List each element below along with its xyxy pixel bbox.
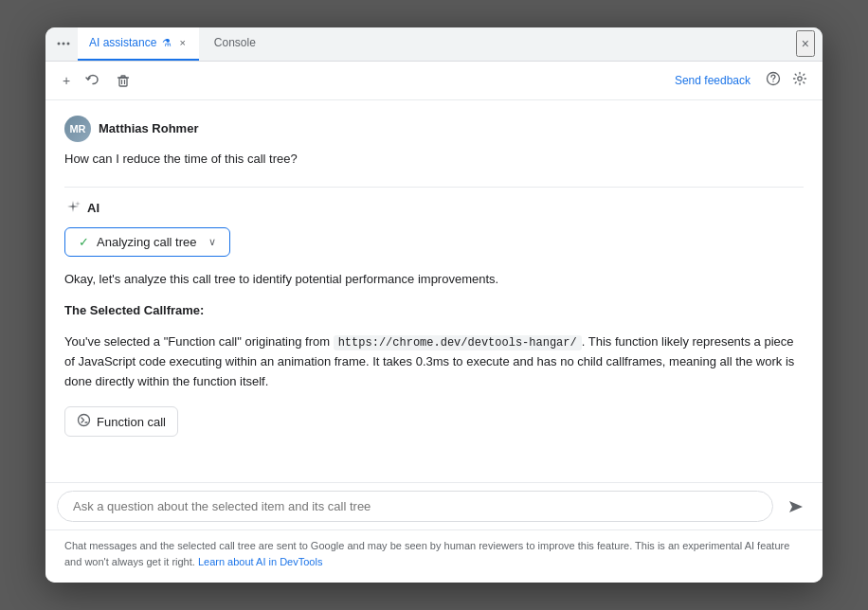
svg-point-8: [772, 81, 773, 81]
chevron-down-icon: ∨: [208, 236, 216, 248]
settings-button[interactable]: [788, 67, 811, 94]
user-name: Matthias Rohmer: [99, 121, 198, 135]
function-call-label: Function call: [97, 415, 166, 429]
chat-area: MR Matthias Rohmer How can I reduce the …: [45, 100, 823, 483]
analyzing-call-tree-badge[interactable]: ✓ Analyzing call tree ∨: [64, 227, 230, 257]
close-window-button[interactable]: ×: [796, 30, 815, 57]
user-message: MR Matthias Rohmer How can I reduce the …: [64, 116, 804, 169]
input-area: [45, 482, 823, 529]
new-chat-button[interactable]: +: [57, 69, 76, 92]
divider: [64, 187, 804, 188]
help-icon: [766, 71, 781, 86]
footer-text: Chat messages and the selected call tree…: [64, 538, 804, 569]
devtools-panel: AI assistance ⚗ × Console × +: [45, 27, 823, 583]
ai-header: AI: [64, 199, 804, 216]
send-feedback-button[interactable]: Send feedback: [667, 70, 758, 91]
tab-ai-assistance[interactable]: AI assistance ⚗ ×: [78, 27, 199, 61]
chat-input[interactable]: [57, 491, 773, 522]
function-call-tag[interactable]: Function call: [64, 406, 178, 437]
svg-point-9: [798, 76, 802, 80]
tab-ai-assistance-close[interactable]: ×: [177, 35, 187, 50]
section-title: The Selected Callframe:: [64, 303, 204, 317]
settings-icon: [792, 71, 807, 86]
user-message-text: How can I reduce the time of this call t…: [64, 150, 804, 169]
trash-icon: [116, 73, 131, 88]
ai-sparkle-icon: [64, 199, 81, 216]
ai-response-body: The Selected Callframe:: [64, 301, 804, 321]
toolbar: + Send feedback: [45, 62, 823, 100]
clear-button[interactable]: [110, 69, 136, 92]
url-code: https://chrome.dev/devtools-hangar/: [334, 335, 582, 350]
ai-response-intro: Okay, let's analyze this call tree to id…: [64, 270, 804, 290]
svg-point-0: [58, 43, 61, 45]
tab-console[interactable]: Console: [203, 27, 267, 61]
ai-message: AI ✓ Analyzing call tree ∨ Okay, let's a…: [64, 199, 804, 452]
svg-rect-3: [119, 78, 127, 86]
undo-icon: [85, 73, 100, 88]
help-button[interactable]: [762, 67, 785, 94]
check-icon: ✓: [79, 235, 89, 249]
send-button[interactable]: [781, 492, 811, 522]
ai-response-detail: You've selected a "Function call" origin…: [64, 332, 804, 392]
ai-label: AI: [87, 201, 99, 215]
undo-button[interactable]: [80, 69, 106, 92]
flask-icon: ⚗: [162, 37, 172, 49]
tab-bar: AI assistance ⚗ × Console ×: [45, 27, 823, 62]
avatar: MR: [64, 116, 91, 142]
svg-point-1: [63, 43, 65, 45]
menu-dots-icon[interactable]: [53, 33, 74, 54]
tab-ai-assistance-label: AI assistance: [89, 36, 156, 49]
send-icon: [787, 498, 805, 515]
svg-point-2: [67, 43, 70, 45]
plus-icon: +: [63, 73, 70, 88]
footer: Chat messages and the selected call tree…: [45, 529, 823, 583]
tab-console-label: Console: [214, 36, 256, 49]
analyzing-text: Analyzing call tree: [97, 235, 197, 249]
function-call-icon: [77, 413, 91, 430]
response-body-1: You've selected a "Function call" origin…: [64, 334, 334, 349]
user-header: MR Matthias Rohmer: [64, 116, 804, 142]
learn-about-ai-link[interactable]: Learn about AI in DevTools: [198, 556, 322, 567]
footer-text-part1: Chat messages and the selected call tree…: [64, 540, 789, 567]
